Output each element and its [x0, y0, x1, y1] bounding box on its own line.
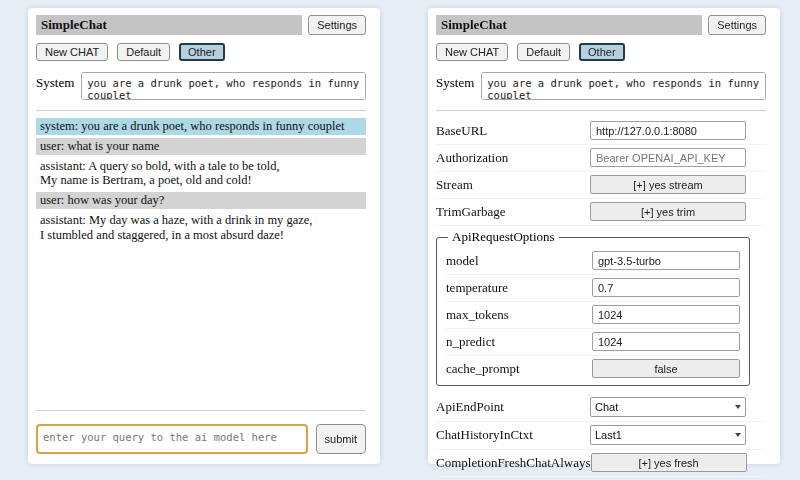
- chat-message-system: system: you are a drunk poet, who respon…: [36, 118, 366, 135]
- session-default-button[interactable]: Default: [517, 43, 570, 61]
- apiendpoint-select-wrap: Chat: [590, 397, 746, 417]
- submit-button[interactable]: submit: [316, 424, 366, 454]
- trimgarbage-label: TrimGarbage: [436, 204, 590, 220]
- session-other-button[interactable]: Other: [579, 43, 625, 61]
- page: SimpleChat Settings New CHAT Default Oth…: [0, 0, 800, 464]
- setting-row-cache-prompt: cache_prompt false: [446, 356, 740, 382]
- temperature-label: temperature: [446, 280, 592, 296]
- chat-panel: SimpleChat Settings New CHAT Default Oth…: [28, 8, 380, 464]
- n-predict-input[interactable]: [592, 332, 740, 351]
- setting-row-completionfreshchatalways: CompletionFreshChatAlways [+] yes fresh: [436, 450, 766, 477]
- settings-button[interactable]: Settings: [708, 15, 766, 35]
- cache-prompt-toggle-button[interactable]: false: [592, 359, 740, 378]
- divider: [36, 110, 366, 111]
- system-prompt-row: System you are a drunk poet, who respond…: [436, 72, 766, 100]
- chat-message-assistant: assistant: A query so bold, with a tale …: [36, 158, 366, 190]
- stream-toggle-button[interactable]: [+] yes stream: [590, 175, 746, 194]
- setting-row-apiendpoint: ApiEndPoint Chat: [436, 394, 766, 422]
- baseurl-input[interactable]: [590, 121, 746, 140]
- authorization-input[interactable]: [590, 148, 746, 167]
- api-request-options-fieldset: ApiRequestOptions model temperature max_…: [436, 229, 750, 386]
- setting-row-max-tokens: max_tokens: [446, 302, 740, 329]
- completionfreshchatalways-toggle-button[interactable]: [+] yes fresh: [591, 453, 747, 472]
- system-prompt-input[interactable]: you are a drunk poet, who responds in fu…: [81, 72, 366, 100]
- baseurl-label: BaseURL: [436, 123, 590, 139]
- max-tokens-input[interactable]: [592, 305, 740, 324]
- chathistoryinctxt-select[interactable]: Last1: [590, 425, 746, 445]
- system-label: System: [436, 72, 474, 100]
- session-row: New CHAT Default Other: [36, 43, 366, 61]
- stream-label: Stream: [436, 177, 590, 193]
- session-row: New CHAT Default Other: [436, 43, 766, 61]
- system-label: System: [36, 72, 74, 100]
- app-title: SimpleChat: [436, 15, 702, 35]
- chat-message-user: user: how was your day?: [36, 192, 366, 209]
- new-chat-button[interactable]: New CHAT: [436, 43, 508, 61]
- settings-panel: SimpleChat Settings New CHAT Default Oth…: [428, 8, 780, 464]
- api-request-options-legend: ApiRequestOptions: [448, 229, 559, 245]
- completionfreshchatalways-label: CompletionFreshChatAlways: [436, 455, 591, 471]
- query-row: submit: [36, 424, 366, 454]
- settings-header: SimpleChat Settings: [436, 15, 766, 35]
- authorization-label: Authorization: [436, 150, 590, 166]
- setting-row-stream: Stream [+] yes stream: [436, 172, 766, 199]
- trimgarbage-toggle-button[interactable]: [+] yes trim: [590, 202, 746, 221]
- cache-prompt-label: cache_prompt: [446, 361, 592, 377]
- setting-row-model: model: [446, 248, 740, 275]
- chathistoryinctxt-select-wrap: Last1: [590, 425, 746, 445]
- divider: [436, 110, 766, 111]
- setting-row-temperature: temperature: [446, 275, 740, 302]
- temperature-input[interactable]: [592, 278, 740, 297]
- app-title: SimpleChat: [36, 15, 302, 35]
- system-prompt-row: System you are a drunk poet, who respond…: [36, 72, 366, 100]
- n-predict-label: n_predict: [446, 334, 592, 350]
- chathistoryinctxt-label: ChatHistoryInCtxt: [436, 427, 590, 443]
- new-chat-button[interactable]: New CHAT: [36, 43, 108, 61]
- apiendpoint-select[interactable]: Chat: [590, 397, 746, 417]
- divider: [36, 410, 366, 411]
- chat-message-user: user: what is your name: [36, 138, 366, 155]
- chat-message-list: system: you are a drunk poet, who respon…: [36, 118, 366, 408]
- model-label: model: [446, 253, 592, 269]
- model-input[interactable]: [592, 251, 740, 270]
- session-other-button[interactable]: Other: [179, 43, 225, 61]
- chat-message-assistant: assistant: My day was a haze, with a dri…: [36, 212, 366, 244]
- system-prompt-input[interactable]: you are a drunk poet, who responds in fu…: [481, 72, 766, 100]
- session-default-button[interactable]: Default: [117, 43, 170, 61]
- chat-header: SimpleChat Settings: [36, 15, 366, 35]
- setting-row-chathistoryinctxt: ChatHistoryInCtxt Last1: [436, 422, 766, 450]
- setting-row-baseurl: BaseURL: [436, 118, 766, 145]
- setting-row-n-predict: n_predict: [446, 329, 740, 356]
- max-tokens-label: max_tokens: [446, 307, 592, 323]
- settings-button[interactable]: Settings: [308, 15, 366, 35]
- query-input[interactable]: [36, 424, 308, 454]
- settings-form: BaseURL Authorization Stream [+] yes str…: [436, 118, 766, 480]
- setting-row-authorization: Authorization: [436, 145, 766, 172]
- apiendpoint-label: ApiEndPoint: [436, 399, 590, 415]
- setting-row-trimgarbage: TrimGarbage [+] yes trim: [436, 199, 766, 226]
